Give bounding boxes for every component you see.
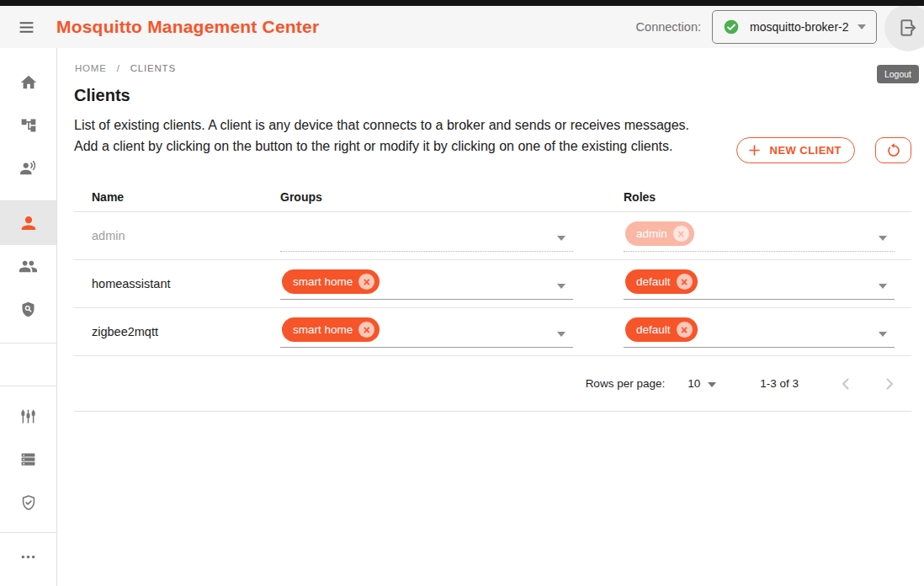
roles-select: admin × [624,221,895,252]
list-icon [19,450,37,468]
chip-delete-icon[interactable]: × [358,322,374,338]
breadcrumb: HOME / CLIENTS [75,63,924,73]
table-pagination: Rows per page: 10 1-3 of 3 [74,356,911,412]
groups-select[interactable]: smart home × [280,269,573,300]
connection-value: mosquitto-broker-2 [750,20,858,34]
groups-select[interactable]: smart home × [280,317,573,348]
sidebar-spacer [0,344,56,386]
client-name: homeassistant [74,277,278,290]
chip-label: admin [636,227,667,240]
sidebar-item-groups[interactable] [0,245,56,288]
table-header: Name Groups Roles [74,182,911,212]
chevron-down-icon [557,284,566,289]
rows-per-page-value[interactable]: 10 [688,377,700,390]
client-person-icon [19,214,38,232]
sidebar-item-clients[interactable] [0,201,56,245]
chevron-down-icon [879,236,887,241]
table-row-homeassistant[interactable]: homeassistant smart home × default × [74,260,911,308]
chevron-right-icon [879,374,900,394]
page-actions: NEW CLIENT [736,137,911,163]
sidebar-item-security[interactable] [0,481,56,524]
sidebar-item-settings[interactable] [0,395,56,438]
role-chip[interactable]: default × [625,317,698,342]
sidebar-item-roles[interactable] [0,288,56,331]
sidebar-item-streams[interactable] [0,146,56,189]
table-row-admin[interactable]: admin admin × [74,212,911,260]
chip-delete-icon[interactable]: × [677,322,693,338]
roles-select[interactable]: default × [624,269,895,300]
new-client-button[interactable]: NEW CLIENT [736,137,855,163]
connection-label: Connection: [636,20,701,34]
sidebar-item-home[interactable] [0,61,56,104]
group-chip[interactable]: smart home × [282,269,380,294]
chevron-down-icon[interactable] [708,382,716,387]
sidebar-item-topology[interactable] [0,104,56,146]
chevron-down-icon [879,332,887,337]
sliders-icon [19,408,37,425]
column-header-roles: Roles [621,190,911,204]
groups-select [280,221,573,252]
chevron-down-icon [557,332,566,337]
sidebar-item-more[interactable] [0,535,56,578]
breadcrumb-separator: / [117,63,120,73]
shield-check-icon [19,493,38,512]
chip-label: default [636,323,671,336]
app-title: Mosquitto Management Center [56,17,319,37]
logout-button[interactable] [884,4,924,51]
sidebar-spacer [0,331,56,343]
breadcrumb-clients: CLIENTS [130,63,176,73]
sidebar-spacer [0,189,56,200]
pagination-range: 1-3 of 3 [760,377,799,390]
home-icon [19,73,38,92]
roles-select[interactable]: default × [624,317,895,348]
column-header-groups: Groups [278,190,621,204]
sidebar-spacer [0,386,56,395]
app-header: Mosquitto Management Center Connection: … [0,6,924,48]
chip-label: default [636,275,671,288]
groups-people-icon [19,257,38,276]
broadcast-person-icon [19,159,38,178]
client-name: zigbee2mqtt [74,325,278,338]
plus-icon [746,142,762,158]
chevron-left-icon [836,374,856,394]
chip-label: smart home [293,323,353,336]
group-chip[interactable]: smart home × [282,317,380,342]
role-chip: admin × [625,221,694,246]
next-page-button[interactable] [879,374,900,394]
chevron-down-icon [858,24,866,29]
ellipsis-icon [19,548,37,566]
column-header-name: Name [74,190,278,204]
chevron-down-icon [557,236,566,241]
refresh-button[interactable] [875,137,911,163]
logout-icon [897,17,919,39]
clients-table: Name Groups Roles admin admin × [74,182,911,412]
chip-delete-icon[interactable]: × [677,274,693,290]
breadcrumb-home[interactable]: HOME [75,63,107,73]
roles-shield-search-icon [19,301,37,318]
table-row-zigbee2mqtt[interactable]: zigbee2mqtt smart home × default × [74,308,911,356]
previous-page-button[interactable] [836,374,856,394]
check-circle-icon [723,19,740,35]
page-description: List of existing clients. A client is an… [74,115,704,157]
top-strip [0,0,924,6]
refresh-icon [885,142,902,159]
sidebar-spacer [0,524,56,532]
page-title: Clients [74,86,924,105]
chip-delete-icon: × [673,226,689,242]
menu-icon[interactable] [16,17,36,37]
client-name: admin [74,229,278,242]
rows-per-page-label: Rows per page: [586,377,666,390]
connection-select[interactable]: mosquitto-broker-2 [712,10,877,44]
chip-label: smart home [293,275,353,288]
main-content: HOME / CLIENTS Clients List of existing … [58,48,924,586]
sidebar [0,48,57,586]
role-chip[interactable]: default × [625,269,698,294]
topology-icon [20,117,37,134]
logout-tooltip: Logout [877,65,919,83]
new-client-label: NEW CLIENT [770,144,842,157]
chip-delete-icon[interactable]: × [358,274,374,290]
chevron-down-icon [879,284,887,289]
sidebar-item-system-status[interactable] [0,438,56,481]
header-right: Connection: mosquitto-broker-2 [636,10,924,44]
